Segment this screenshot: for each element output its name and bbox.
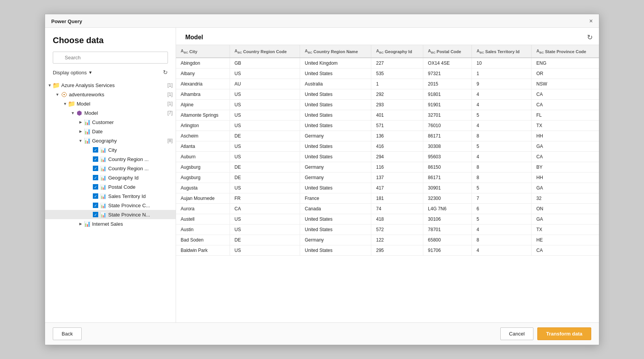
table-row: Baldwin ParkUSUnited States295917064CA [176,245,599,256]
col-header-city[interactable]: ABC City [176,45,230,58]
tree-item-date[interactable]: ▶ 📊 Date [45,127,176,136]
left-panel: Choose data 🔍 Display options ▼ ↻ ▼ 📁 [45,28,176,322]
tree-item-state-province-c[interactable]: ✓ 📊 State Province C... [45,201,176,210]
tree-item-city[interactable]: ✓ 📊 City [45,145,176,154]
tree-label-geoid: Geography Id [108,175,173,181]
table-cell: France [300,193,371,204]
tree-refresh-button[interactable]: ↻ [163,69,168,76]
col-header-country-region-code[interactable]: ABC Country Region Code [230,45,300,58]
col-header-country-region-name[interactable]: ABC Country Region Name [300,45,371,58]
table-cell: 86171 [423,173,472,183]
table-cell: 7 [472,193,532,204]
table-row: AuburnUSUnited States294956034CA [176,152,599,162]
tree-item-azure[interactable]: ▼ 📁 Azure Analysis Services [1] [45,81,176,90]
table-header-row: ABC City ABC Country Region Code ABC Cou… [176,45,599,58]
tree-item-customer[interactable]: ▶ 📊 Customer [45,117,176,127]
col-header-geography-id[interactable]: ABC Geography Id [371,45,423,58]
col-icon-city: 📊 [100,146,107,153]
table-cell: OR [532,69,599,79]
table-cell: AU [230,79,300,89]
tree-item-country-region-code[interactable]: ✓ 📊 Country Region ... [45,154,176,164]
tree-item-country-region-name[interactable]: ✓ 📊 Country Region ... [45,164,176,173]
tree-item-model-outer[interactable]: ▼ 📁 Model [1] [45,99,176,108]
cube-icon-model-inner: ⬢ [76,109,83,116]
folder-icon-azure: 📁 [53,82,60,89]
table-cell: GA [532,214,599,225]
tree-item-sales-territory-id[interactable]: ✓ 📊 Sales Territory Id [45,191,176,201]
table-row: AlpineUSUnited States293919014CA [176,100,599,110]
table-cell: 91901 [423,100,472,110]
tree-item-geography-id[interactable]: ✓ 📊 Geography Id [45,173,176,182]
col-icon-spn: 📊 [100,211,107,218]
main-content: Choose data 🔍 Display options ▼ ↻ ▼ 📁 [45,28,599,322]
checkbox-postal[interactable]: ✓ [93,184,98,190]
table-cell: 1 [371,79,423,89]
tree-item-model-inner[interactable]: ▼ ⬢ Model [7] [45,108,176,117]
cancel-button[interactable]: Cancel [500,327,533,340]
table-cell: Augusta [176,183,230,193]
tree-item-adventureworks[interactable]: ▼ 🖸 adventureworks [1] [45,90,176,99]
checkbox-spn[interactable]: ✓ [93,212,98,217]
table-cell: 8 [472,173,532,183]
table-cell: United States [300,152,371,162]
table-cell: Alpine [176,100,230,110]
table-cell: United States [300,89,371,100]
tree-item-state-province-n[interactable]: ✓ 📊 State Province N... [45,210,176,219]
table-cell: Augsburg [176,173,230,183]
table-row: AbingdonGBUnited Kingdom227OX14 4SE10ENG [176,58,599,69]
table-cell: United States [300,225,371,235]
table-cell: US [230,225,300,235]
toggle-adventureworks: ▼ [54,91,60,97]
tree-item-internet-sales[interactable]: ▶ 📊 Internet Sales [45,219,176,228]
table-row: ArlingtonUSUnited States571760104TX [176,121,599,131]
checkbox-crn[interactable]: ✓ [93,166,98,171]
back-button[interactable]: Back [53,327,82,340]
table-cell: 227 [371,58,423,69]
col-header-state-province-code[interactable]: ABC State Province Code [532,45,599,58]
col-header-postal-code[interactable]: ABC Postal Code [423,45,472,58]
tree-container: ▼ 📁 Azure Analysis Services [1] ▼ 🖸 adve… [45,79,176,322]
tree-label-crn: Country Region ... [108,166,173,171]
table-cell: 30106 [423,214,472,225]
table-row: AugustaUSUnited States417309015GA [176,183,599,193]
tree-count-azure: [1] [168,82,173,88]
col-header-sales-territory-id[interactable]: ABC Sales Territory Id [472,45,532,58]
table-cell: HH [532,173,599,183]
model-refresh-button[interactable]: ↻ [587,33,593,42]
table-cell: United States [300,100,371,110]
toggle-crc [87,156,93,162]
tree-item-geography[interactable]: ▼ 📊 Geography [8] [45,136,176,145]
toggle-postal [87,184,93,190]
toggle-model-inner: ▼ [70,110,76,116]
data-table-container[interactable]: ABC City ABC Country Region Code ABC Cou… [176,45,599,322]
dialog-title: Power Query [51,18,82,24]
tree-item-postal-code[interactable]: ✓ 📊 Postal Code [45,182,176,191]
close-button[interactable]: × [589,18,593,24]
checkbox-crc[interactable]: ✓ [93,156,98,162]
table-cell: 86150 [423,162,472,173]
col-icon-postal: 📊 [100,183,107,190]
table-cell: OX14 4SE [423,58,472,69]
table-row: AscheimDEGermany136861718HH [176,131,599,141]
table-cell: Atlanta [176,141,230,152]
search-input[interactable] [53,52,168,64]
checkbox-city[interactable]: ✓ [93,147,98,153]
table-cell: United Kingdom [300,58,371,69]
checkbox-geoid[interactable]: ✓ [93,175,98,180]
table-cell: Aurora [176,204,230,214]
table-cell: US [230,121,300,131]
checkbox-stid[interactable]: ✓ [93,193,98,199]
transform-data-button[interactable]: Transform data [537,327,591,340]
checkbox-spc[interactable]: ✓ [93,203,98,208]
table-cell: 4 [472,225,532,235]
toggle-spn [87,211,93,218]
table-row: AlexandriaAUAustralia120159NSW [176,79,599,89]
table-cell: 294 [371,152,423,162]
table-cell: 5 [472,183,532,193]
type-icon-crn: ABC [305,49,312,54]
display-options-button[interactable]: Display options ▼ [53,70,92,75]
toggle-stid [87,193,93,199]
table-cell: US [230,214,300,225]
table-cell: 74 [371,204,423,214]
col-icon-geoid: 📊 [100,174,107,181]
